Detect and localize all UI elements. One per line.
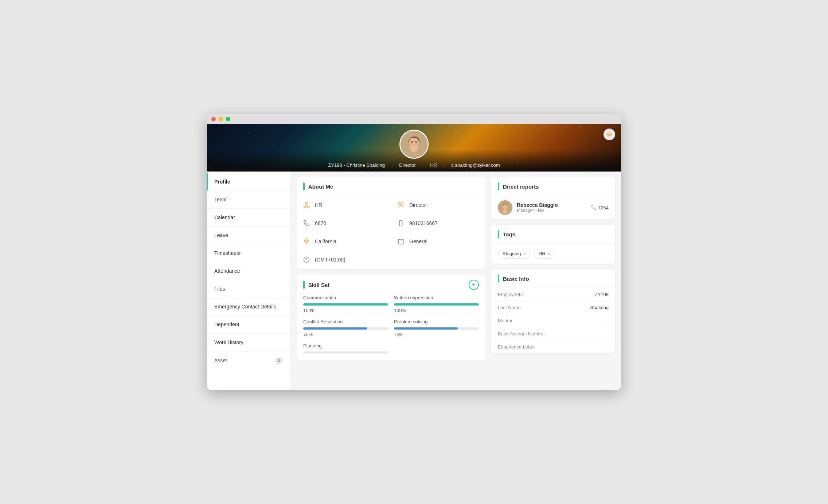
- app-window: ZY198 - Christine Spalding | Director | …: [207, 114, 621, 390]
- basic-info-row-employeeid: EmployeeID ZY198: [491, 288, 615, 301]
- row-label: EmployeeID: [498, 292, 524, 297]
- skill-bar-bg: [394, 327, 479, 330]
- minimize-btn[interactable]: [219, 117, 223, 121]
- maximize-btn[interactable]: [226, 117, 230, 121]
- card-accent-reports: [498, 182, 499, 190]
- svg-line-14: [306, 206, 308, 206]
- report-phone: 7254: [591, 205, 609, 210]
- tag-label: HR: [539, 251, 546, 256]
- about-me-grid: HR Director: [297, 196, 485, 269]
- sidebar-item-files[interactable]: Files: [207, 280, 290, 298]
- skill-planning: Planning: [303, 343, 388, 354]
- about-me-card: About Me: [297, 177, 485, 269]
- asset-badge: 0: [275, 357, 283, 364]
- close-btn[interactable]: [211, 117, 216, 121]
- card-accent-skills: [303, 281, 305, 289]
- card-accent-tags: [498, 230, 499, 238]
- titlebar: [207, 114, 621, 124]
- sidebar-item-dependent[interactable]: Dependent: [207, 316, 290, 334]
- timezone-icon: [302, 256, 310, 264]
- sidebar-item-work-history[interactable]: Work History: [207, 334, 290, 351]
- schedule-icon: [397, 237, 405, 245]
- visibility-button[interactable]: [604, 129, 615, 140]
- about-item-location: California: [297, 232, 391, 251]
- skill-set-card: Skill Set + Communication 100%: [297, 275, 485, 360]
- basic-info-title: Basic Info: [503, 276, 529, 282]
- sidebar-item-leave[interactable]: Leave: [207, 227, 290, 244]
- basic-info-row-lastname: Last Name Spalding: [491, 301, 615, 314]
- sidebar-item-team[interactable]: Team: [207, 191, 290, 209]
- tags-header: Tags: [491, 225, 615, 244]
- about-item-mobile: 9810316667: [391, 214, 485, 232]
- skill-bar-fill: [303, 303, 388, 306]
- row-value: ZY198: [595, 292, 609, 297]
- skill-bar-fill: [394, 327, 458, 330]
- sidebar-item-attendance[interactable]: Attendance: [207, 262, 290, 280]
- hero-info: ZY198 - Christine Spalding | Director | …: [328, 162, 500, 168]
- sidebar-item-timesheets[interactable]: Timesheets: [207, 244, 290, 262]
- content-area: About Me: [291, 172, 621, 390]
- skill-bar-bg: [303, 327, 388, 330]
- about-item-title: Director: [391, 196, 485, 214]
- tag-remove-blogging[interactable]: ×: [523, 251, 526, 256]
- skill-percent: 75%: [394, 332, 479, 337]
- skill-name: Planning: [303, 343, 388, 349]
- skill-percent: 75%: [303, 332, 388, 337]
- basic-info-header: Basic Info: [491, 269, 615, 288]
- report-name: Rebecca Biaggio: [517, 202, 587, 208]
- location-icon: [302, 237, 310, 245]
- main-layout: Profile Team Calendar Leave Timesheets A…: [207, 172, 621, 390]
- svg-point-9: [306, 202, 308, 204]
- sidebar-item-asset[interactable]: Asset 0: [207, 351, 290, 370]
- about-item-timezone: (GMT+01:00): [297, 251, 391, 269]
- title-icon: [397, 201, 405, 209]
- tags-body: Blogging × HR ×: [491, 244, 615, 264]
- avatar: [399, 130, 429, 159]
- add-skill-button[interactable]: +: [469, 280, 479, 290]
- sidebar-item-emergency-contact[interactable]: Emergency Contact Details: [207, 298, 290, 316]
- mobile-icon: [397, 219, 405, 227]
- timezone-value: (GMT+01:00): [315, 257, 345, 263]
- skill-bar-bg: [303, 303, 388, 306]
- sidebar-item-profile[interactable]: Profile: [207, 173, 290, 191]
- tag-hr: HR ×: [534, 249, 555, 259]
- row-value: -: [607, 331, 609, 336]
- skill-written-expression: Written expression 100%: [394, 295, 479, 313]
- skill-percent: 100%: [394, 308, 479, 313]
- sidebar-item-calendar[interactable]: Calendar: [207, 209, 290, 227]
- hero-department: HR: [430, 162, 437, 168]
- row-label: Bank Account Number: [498, 331, 545, 336]
- basic-info-row-mentor: Mentor -: [491, 314, 615, 327]
- direct-reports-title: Direct reports: [503, 184, 539, 190]
- tag-blogging: Blogging ×: [498, 249, 531, 259]
- location-value: California: [315, 239, 336, 244]
- skill-problem-solving: Problem solving 75%: [394, 319, 479, 337]
- hero-employee-id-name: ZY198 - Christine Spalding: [328, 162, 385, 168]
- skill-name: Problem solving: [394, 319, 479, 324]
- row-value: -: [607, 344, 609, 350]
- basic-info-row-bank: Bank Account Number -: [491, 327, 615, 340]
- direct-reports-card: Direct reports Rebecca Biag: [491, 177, 615, 219]
- svg-point-16: [401, 202, 403, 205]
- row-label: Experience Letter: [498, 344, 535, 350]
- skill-bar-bg: [394, 303, 479, 306]
- tags-title: Tags: [503, 231, 515, 237]
- report-phone-number: 7254: [598, 205, 609, 210]
- tag-label: Blogging: [503, 251, 521, 256]
- sidebar: Profile Team Calendar Leave Timesheets A…: [207, 172, 291, 390]
- card-accent-basic: [498, 275, 499, 283]
- skill-set-title: Skill Set: [308, 282, 329, 288]
- row-label: Last Name: [498, 305, 521, 310]
- about-item-schedule: General: [391, 232, 485, 251]
- tag-remove-hr[interactable]: ×: [548, 251, 551, 256]
- skill-bar-fill: [303, 327, 367, 330]
- mobile-value: 9810316667: [409, 220, 438, 226]
- basic-info-row-experience: Experience Letter -: [491, 340, 615, 353]
- svg-point-19: [306, 240, 308, 242]
- row-value: -: [607, 318, 609, 323]
- about-item-department: HR: [297, 196, 391, 214]
- about-me-title: About Me: [308, 184, 333, 190]
- skill-bar-bg: [303, 351, 388, 354]
- svg-point-8: [609, 134, 610, 135]
- about-me-header: About Me: [297, 177, 485, 196]
